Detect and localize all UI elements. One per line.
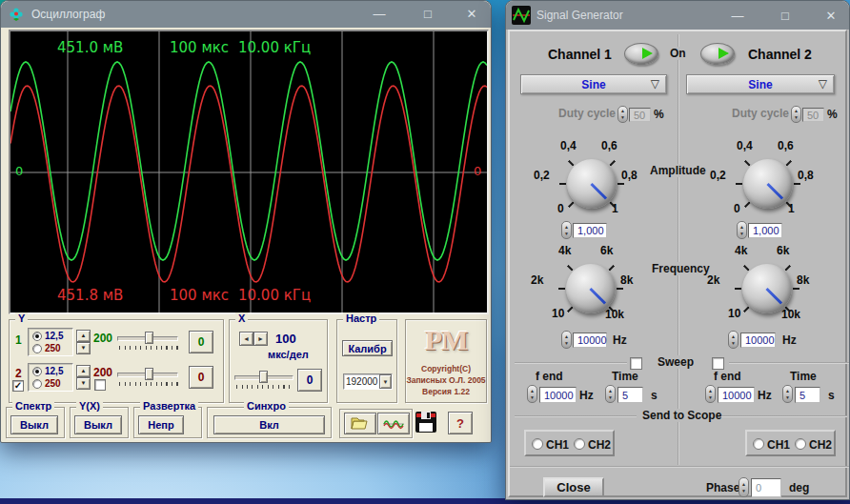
oscilloscope-titlebar[interactable]: Осциллограф — □ ✕ [1,1,491,28]
ch2-gain-spinner[interactable]: ▲ ▼ [76,365,91,390]
freq-scale-10k: 10k [605,308,624,321]
ch1-amplitude-value[interactable]: 1,000 [573,223,607,238]
samplerate-dropdown-arrow[interactable]: ▼ [379,374,392,389]
ch2-timediv-readout: 100 мкс [170,287,229,304]
ch1-send-ch2-radio[interactable] [574,438,585,450]
timebase-value: 100 [275,332,296,346]
ch2-offset-zero-button[interactable]: 0 [189,366,213,389]
x-slider-thumb[interactable] [259,371,268,383]
ch1-frequency-knob[interactable]: 10 2k 4k 6k 8k 10k [550,248,632,330]
phase-spinner[interactable]: ▲▼ [739,477,749,497]
generator-titlebar[interactable]: Signal Generator — □ ✕ [506,1,849,30]
ch2-send-ch2-radio[interactable] [795,438,806,450]
samplerate-combobox[interactable]: 192000 ▼ [343,373,393,390]
spectrum-group: Спектр Выкл [6,407,65,438]
ch1-amplitude-knob[interactable]: 0 0,2 0,4 0,6 0,8 1 [551,143,633,225]
gen-close-button[interactable]: ✕ [817,9,845,24]
ch2-send-ch1-radio[interactable] [753,438,764,450]
ch2-gain-up[interactable]: ▲ [76,365,91,377]
sync-toggle-button[interactable]: Вкл [213,415,325,434]
ch2-duty-spinner[interactable]: ▲▼ [791,106,801,123]
pm-logo: PM [406,324,486,356]
ch1-frequency-spinner[interactable]: ▲▼ [561,331,572,349]
osc-close-button[interactable]: ✕ [457,7,486,22]
ch1-range-250-radio[interactable] [32,344,42,353]
spectrum-toggle-button[interactable]: Выкл [10,415,58,434]
x-panel-label: X [235,312,248,325]
ch2-amplitude-knob[interactable]: 0 0,2 0,4 0,6 0,8 1 [727,143,809,225]
ch1-time-value[interactable]: 5 [617,387,643,403]
gen-maximize-button[interactable]: □ [771,9,799,24]
ch2-time-value[interactable]: 5 [795,387,820,403]
ch2-fend-spinner[interactable]: ▲▼ [705,385,716,403]
timebase-right-arrow[interactable]: ► [253,332,268,346]
ch2-frequency-spinner[interactable]: ▲▼ [728,331,739,349]
ch2-invert-checkbox[interactable] [94,379,106,391]
open-file-button[interactable] [344,413,376,434]
amp-scale-0: 0 [557,202,564,215]
ch2-send-ch2-label: CH2 [809,438,832,452]
ch2-amplitude-value[interactable]: 1,000 [748,223,782,238]
phase-value[interactable]: 0 [751,478,781,497]
channel2-waveform-dropdown[interactable]: Sine ▽ [686,74,835,94]
ch1-slider-thumb[interactable] [145,332,153,344]
save-button[interactable] [415,411,439,435]
ch2-enable-checkbox[interactable]: ✓ [12,380,24,392]
ch2-range-12p5-radio[interactable] [32,367,42,376]
open-folder-icon [351,416,370,431]
ch2-range-250-radio[interactable] [32,379,42,389]
yx-toggle-button[interactable]: Выкл [74,415,122,434]
channel1-on-toggle[interactable] [624,43,658,65]
ch1-frequency-value[interactable]: 10000 [573,333,607,348]
close-button[interactable]: Close [543,477,604,497]
ch1-gain-down[interactable]: ▼ [76,342,91,354]
ch1-gain-up[interactable]: ▲ [76,330,91,342]
ch1-fend-spinner[interactable]: ▲▼ [527,385,537,403]
ch2-position-slider[interactable] [117,368,178,385]
ch2-slider-thumb[interactable] [145,368,153,380]
ch2-duty-value[interactable]: 50 [802,108,824,122]
ch1-fend-value[interactable]: 10000 [539,387,577,403]
ch1-range-12p5-radio[interactable] [32,332,42,341]
waveform-button[interactable] [377,413,410,434]
ch2-frequency-readout: 10.00 кГц [238,287,311,304]
ch2-fend-value[interactable]: 10000 [718,387,755,403]
ch2-frequency-knob[interactable]: 10 2k 4k 6k 8k 10k [726,248,808,330]
ch1-duty-spinner[interactable]: ▲▼ [617,106,628,123]
ch2-time-spinner[interactable]: ▲▼ [782,385,793,403]
ch1-duty-value[interactable]: 50 [629,108,651,122]
x-offset-slider[interactable] [234,371,293,388]
channel2-waveform-value: Sine [748,78,772,91]
timebase-left-arrow[interactable]: ◄ [239,332,253,346]
gen-minimize-button[interactable]: — [723,9,752,24]
ch1-amplitude-spinner[interactable]: ▲▼ [561,221,572,239]
scope-display: 451.0 мВ 100 мкс 10.00 кГц 451.8 мВ 100 … [9,30,489,314]
freq-scale-8k: 8k [797,273,809,287]
save-floppy-icon [415,411,437,433]
ch2-gain-down[interactable]: ▼ [76,377,91,390]
send-to-scope-label: Send to Scope [639,409,724,422]
calibrate-button[interactable]: Калибр [342,340,393,356]
channel1-waveform-value: Sine [581,78,605,91]
help-button[interactable]: ? [448,412,473,434]
x-panel: X ◄ ► 100 мкс/дел 0 [229,319,328,403]
osc-maximize-button[interactable]: □ [414,7,442,22]
ch1-send-ch1-radio[interactable] [532,438,543,450]
ch1-sweep-checkbox[interactable] [630,357,642,370]
ch1-frequency-unit: Hz [613,333,627,347]
ch1-gain-spinner[interactable]: ▲ ▼ [76,330,91,354]
ch2-amplitude-spinner[interactable]: ▲▼ [737,221,747,239]
ch1-position-slider[interactable] [117,332,178,349]
channel1-waveform-dropdown[interactable]: Sine ▽ [520,74,667,94]
channel2-on-toggle[interactable] [700,43,735,65]
x-offset-zero-button[interactable]: 0 [297,369,322,392]
ch2-range-box: 12,5 250 [28,363,73,392]
y-panel-label: Y [15,312,28,325]
ch2-frequency-value[interactable]: 10000 [740,333,776,348]
ch1-time-spinner[interactable]: ▲▼ [605,385,616,403]
sweep-mode-button[interactable]: Непр [138,415,184,434]
sync-group: Синхро Вкл [207,407,332,438]
ch2-sweep-checkbox[interactable] [712,357,724,370]
osc-minimize-button[interactable]: — [365,7,394,22]
ch1-offset-zero-button[interactable]: 0 [189,331,213,353]
